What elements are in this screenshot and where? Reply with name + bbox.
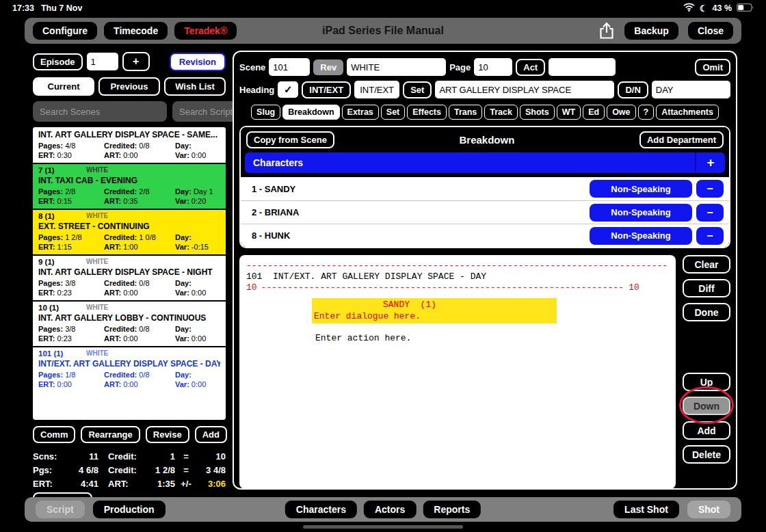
int-ext-button[interactable]: INT/EXT <box>302 81 351 98</box>
tab-owe[interactable]: Owe <box>607 105 635 120</box>
episode-button[interactable]: Episode <box>33 53 83 70</box>
page-number-field[interactable] <box>474 58 512 76</box>
date: Thu 7 Nov <box>41 3 82 13</box>
act-button[interactable]: Act <box>516 59 545 76</box>
copy-from-scene-button[interactable]: Copy from Scene <box>246 131 334 148</box>
scene-list: INT. ART GALLERY DISPLAY SPACE - SAME...… <box>33 127 226 420</box>
scene-number-field[interactable] <box>269 58 310 76</box>
set-button[interactable]: Set <box>403 81 432 98</box>
timecode-button[interactable]: Timecode <box>104 22 168 40</box>
speaking-toggle-button[interactable]: Non-Speaking <box>590 227 692 245</box>
page-number-left: 10 <box>246 282 257 293</box>
characters-button[interactable]: Characters <box>285 501 357 518</box>
remove-character-button[interactable]: − <box>696 227 724 245</box>
tab-wish-list[interactable]: Wish List <box>164 77 226 96</box>
dialogue-character: SANDY (1) <box>312 299 557 310</box>
scene-list-item-selected[interactable]: 101 (1)WHITE INT/EXT. ART GALLERY DISPLA… <box>33 347 226 392</box>
tab-current[interactable]: Current <box>33 77 94 96</box>
day-night-button[interactable]: D/N <box>618 81 648 98</box>
remove-character-button[interactable]: − <box>696 180 724 198</box>
actors-button[interactable]: Actors <box>364 501 416 518</box>
tab-question[interactable]: ? <box>638 105 655 120</box>
comm-button[interactable]: Comm <box>33 426 75 443</box>
tab-shots[interactable]: Shots <box>520 105 555 120</box>
reports-button[interactable]: Reports <box>423 501 481 518</box>
scene-list-item[interactable]: 8 (1)WHITE EXT. STREET - CONTINUING Page… <box>33 210 226 256</box>
tab-wt[interactable]: WT <box>557 105 581 120</box>
last-shot-button[interactable]: Last Shot <box>613 501 679 518</box>
scene-list-item[interactable]: 9 (1)WHITE INT. ART GALLERY DISPLAY SPAC… <box>33 256 226 302</box>
clock: 17:33 <box>12 3 34 13</box>
character-name: 1 - SANDY <box>246 184 295 194</box>
scene-revision-color: WHITE <box>86 304 108 311</box>
clear-button[interactable]: Clear <box>683 255 730 274</box>
scene-list-item[interactable]: INT. ART GALLERY DISPLAY SPACE - SAME...… <box>33 127 226 164</box>
backup-button[interactable]: Backup <box>624 22 678 40</box>
add-episode-button[interactable]: + <box>122 52 150 71</box>
dialogue-text: Enter dialogue here. <box>312 310 557 322</box>
configure-button[interactable]: Configure <box>33 22 97 40</box>
int-ext-field[interactable] <box>354 81 399 98</box>
speaking-toggle-button[interactable]: Non-Speaking <box>590 204 692 222</box>
script-preview[interactable]: ----------------------------------------… <box>239 255 676 489</box>
speaking-toggle-button[interactable]: Non-Speaking <box>590 180 692 198</box>
scene-revision-color: WHITE <box>86 349 108 357</box>
scene-list-item[interactable]: 10 (1)WHITE INT. ART GALLERY LOBBY - CON… <box>33 302 226 347</box>
share-icon[interactable] <box>598 22 615 40</box>
breakdown-box: Copy from Scene Breakdown Add Department… <box>239 126 730 248</box>
bottom-toolbar: Script Production Characters Actors Repo… <box>25 497 741 522</box>
tab-extras[interactable]: Extras <box>342 105 379 120</box>
add-scene-button[interactable]: Add <box>195 426 227 443</box>
up-button[interactable]: Up <box>683 373 730 391</box>
tab-attachments[interactable]: Attachments <box>656 105 719 120</box>
diff-button[interactable]: Diff <box>683 279 730 297</box>
tab-previous[interactable]: Previous <box>98 77 160 96</box>
rev-button[interactable]: Rev <box>313 59 343 75</box>
close-button[interactable]: Close <box>688 22 733 40</box>
teradek-button[interactable]: Teradek® <box>174 22 237 40</box>
battery-icon <box>737 3 754 14</box>
revision-color-field[interactable] <box>347 58 446 76</box>
down-button[interactable]: Down <box>683 397 730 415</box>
scene-heading: EXT. STREET - CONTINUING <box>38 222 220 231</box>
add-element-button[interactable]: Add <box>683 421 730 440</box>
rearrange-button[interactable]: Rearrange <box>81 426 140 443</box>
done-button[interactable]: Done <box>683 303 730 321</box>
script-edit-buttons: Clear Diff Done Up Down Add Delete <box>683 255 730 489</box>
revision-button[interactable]: Revision <box>170 53 226 71</box>
dialogue-highlight[interactable]: SANDY (1) Enter dialogue here. <box>312 298 557 323</box>
omit-button[interactable]: Omit <box>695 59 730 76</box>
production-button[interactable]: Production <box>93 501 166 518</box>
home-indicator[interactable] <box>303 525 463 529</box>
tab-effects[interactable]: Effects <box>407 105 447 120</box>
delete-button[interactable]: Delete <box>683 445 730 464</box>
tab-slug[interactable]: Slug <box>251 105 280 120</box>
heading-checkbox[interactable]: ✓ <box>278 81 298 98</box>
app-title: iPad Series File Manual <box>322 25 444 37</box>
tab-breakdown[interactable]: Breakdown <box>282 105 339 120</box>
episode-number-field[interactable] <box>87 53 118 70</box>
search-scenes-input[interactable] <box>33 101 167 122</box>
characters-category-bar[interactable]: Characters + <box>245 152 725 173</box>
character-name: 2 - BRIANA <box>246 207 299 217</box>
add-department-button[interactable]: Add Department <box>639 131 724 148</box>
scene-list-item[interactable]: 7 (1)WHITE INT. TAXI CAB - EVENING Pages… <box>33 164 226 210</box>
scene-heading: INT. ART GALLERY DISPLAY SPACE - NIGHT <box>38 267 220 277</box>
act-field[interactable] <box>549 58 616 76</box>
scene-number: 7 (1) <box>38 166 55 174</box>
day-night-field[interactable] <box>652 81 730 98</box>
script-button[interactable]: Script <box>36 501 85 518</box>
tab-track[interactable]: Track <box>484 105 518 120</box>
scene-revision-color: WHITE <box>86 258 108 265</box>
scene-label: Scene <box>239 62 265 72</box>
tab-trans[interactable]: Trans <box>449 105 482 120</box>
add-character-button[interactable]: + <box>695 152 725 173</box>
action-text: Enter action here. <box>315 333 669 344</box>
tab-ed[interactable]: Ed <box>583 105 605 120</box>
set-field[interactable] <box>435 81 614 98</box>
revise-button[interactable]: Revise <box>146 426 189 443</box>
tab-set[interactable]: Set <box>381 105 405 120</box>
scene-number: 9 (1) <box>38 258 55 266</box>
shot-button[interactable]: Shot <box>687 501 730 518</box>
remove-character-button[interactable]: − <box>696 204 724 222</box>
